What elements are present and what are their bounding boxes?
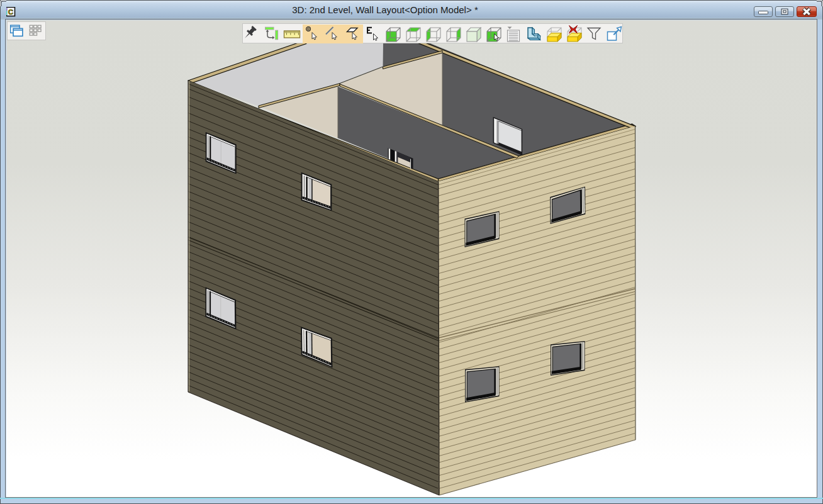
svg-text:C: C: [8, 8, 13, 16]
